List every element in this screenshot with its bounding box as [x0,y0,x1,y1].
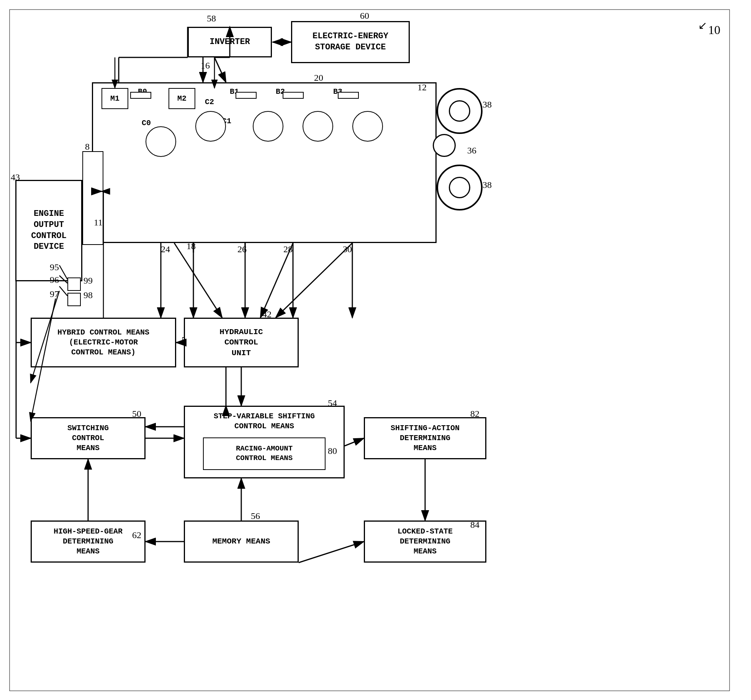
ref-99: 99 [83,276,93,286]
c0-label: C0 [142,119,151,127]
ref-36: 36 [467,145,476,156]
electric-energy-box: ELECTRIC-ENERGY STORAGE DEVICE [291,21,410,63]
ref-96: 96 [50,275,59,285]
planet3-symbol [253,111,283,142]
wheel2-inner [449,177,470,198]
svg-line-35 [59,286,67,296]
planet4-symbol [303,111,333,142]
step-variable-box: STEP-VARIABLE SHIFTINGCONTROL MEANS RACI… [184,406,345,478]
ref-58: 58 [207,13,216,24]
ref-28: 28 [283,244,293,255]
b2-symbol [283,92,304,99]
ref-18: 18 [187,241,196,251]
m2-box: M2 [169,88,195,109]
hydraulic-control-box: HYDRAULIC CONTROL UNIT [184,318,299,367]
ref-43: 43 [11,172,20,183]
ref-60: 60 [360,11,369,21]
engine-output-box: ENGINE OUTPUT CONTROL DEVICE [15,180,82,281]
locked-state-box: LOCKED-STATE DETERMINING MEANS [364,521,486,563]
ref-arrow-10: ↙ [698,19,707,32]
engine-shaft-box [82,151,103,245]
ref-97: 97 [50,289,59,299]
svg-line-13 [174,243,222,318]
ref-82: 82 [470,409,479,419]
ref-16: 16 [201,60,210,71]
switching-control-box: SWITCHING CONTROL MEANS [31,417,146,459]
ref-12: 12 [417,82,427,93]
ref-56: 56 [251,511,260,521]
ref-98: 98 [83,290,93,300]
hybrid-control-box: HYBRID CONTROL MEANS (ELECTRIC-MOTOR CON… [31,318,176,367]
ref-80: 80 [328,446,337,456]
wheel-small [433,134,456,157]
ref-24: 24 [161,244,170,255]
memory-box: MEMORY MEANS [184,521,299,563]
ref-50: 50 [132,409,141,419]
b0-symbol [130,92,151,99]
ref-8: 8 [85,142,90,152]
racing-amount-box: RACING-AMOUNT CONTROL MEANS [203,437,326,470]
connector-99 [67,277,81,291]
step-variable-label: STEP-VARIABLE SHIFTINGCONTROL MEANS [185,411,344,431]
patent-diagram: 10 ↙ INVERTER 58 ELECTRIC-ENERGY STORAGE… [0,0,751,700]
planet2-symbol [195,111,226,142]
connector-98 [67,293,81,306]
ref-30: 30 [343,244,352,255]
high-speed-gear-box: HIGH-SPEED-GEAR DETERMINING MEANS [31,521,146,563]
ref-38b: 38 [483,180,492,190]
b1-symbol [236,92,257,99]
ref-10: 10 [708,23,720,37]
ref-95: 95 [50,262,59,272]
m1-box: M1 [101,88,128,109]
inverter-box: INVERTER [188,27,272,57]
planet5-symbol [352,111,383,142]
ref-11: 11 [94,217,103,228]
svg-line-11 [214,57,226,82]
svg-line-24 [299,542,364,563]
ref-54: 54 [328,398,337,408]
ref-84: 84 [470,520,479,530]
ref-26: 26 [237,244,247,255]
c2-label: C2 [205,98,214,106]
transmission-box [92,82,437,243]
ref-38a: 38 [483,100,492,110]
ref-62: 62 [132,530,141,540]
wheel1-inner [449,100,470,122]
b3-symbol [338,92,359,99]
shifting-action-box: SHIFTING-ACTION DETERMINING MEANS [364,417,486,459]
svg-line-22 [345,438,364,446]
ref-42: 42 [262,309,272,320]
ref-20: 20 [314,73,323,83]
planet1-symbol [146,126,176,157]
